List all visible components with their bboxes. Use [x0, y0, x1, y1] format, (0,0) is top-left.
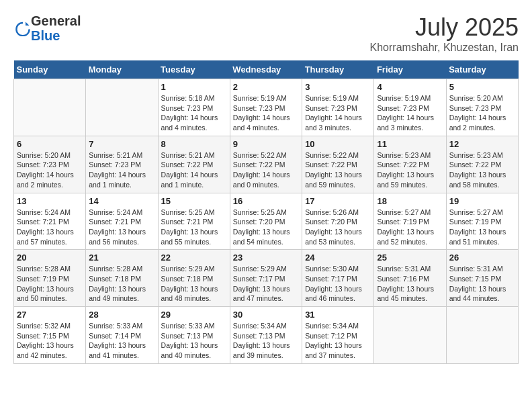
day-info: Sunrise: 5:28 AM Sunset: 7:19 PM Dayligh…	[17, 264, 83, 304]
day-number: 29	[161, 310, 227, 320]
calendar-cell: 2Sunrise: 5:19 AM Sunset: 7:23 PM Daylig…	[230, 79, 302, 136]
calendar-table: SundayMondayTuesdayWednesdayThursdayFrid…	[13, 60, 519, 364]
day-number: 6	[17, 139, 83, 149]
calendar-cell	[14, 79, 86, 136]
day-number: 19	[449, 196, 515, 206]
calendar-cell: 14Sunrise: 5:24 AM Sunset: 7:21 PM Dayli…	[86, 193, 158, 250]
day-number: 3	[305, 82, 371, 92]
day-info: Sunrise: 5:33 AM Sunset: 7:13 PM Dayligh…	[161, 321, 227, 361]
calendar-cell: 23Sunrise: 5:29 AM Sunset: 7:17 PM Dayli…	[230, 250, 302, 307]
calendar-cell: 6Sunrise: 5:20 AM Sunset: 7:23 PM Daylig…	[14, 136, 86, 193]
day-number: 27	[17, 310, 83, 320]
day-number: 20	[17, 253, 83, 263]
calendar-cell: 7Sunrise: 5:21 AM Sunset: 7:23 PM Daylig…	[86, 136, 158, 193]
day-info: Sunrise: 5:28 AM Sunset: 7:18 PM Dayligh…	[89, 264, 154, 304]
calendar-cell: 26Sunrise: 5:31 AM Sunset: 7:15 PM Dayli…	[446, 250, 518, 307]
day-of-week-header: Tuesday	[158, 60, 230, 79]
day-of-week-header: Wednesday	[230, 60, 302, 79]
day-info: Sunrise: 5:29 AM Sunset: 7:17 PM Dayligh…	[233, 264, 299, 304]
calendar-week-row: 27Sunrise: 5:32 AM Sunset: 7:15 PM Dayli…	[14, 307, 519, 364]
calendar-cell: 21Sunrise: 5:28 AM Sunset: 7:18 PM Dayli…	[86, 250, 158, 307]
day-info: Sunrise: 5:32 AM Sunset: 7:15 PM Dayligh…	[17, 321, 83, 361]
day-number: 24	[305, 253, 371, 263]
day-of-week-header: Sunday	[14, 60, 86, 79]
day-number: 21	[89, 253, 154, 263]
day-number: 25	[377, 253, 443, 263]
calendar-cell	[374, 307, 446, 364]
calendar-cell	[86, 79, 158, 136]
calendar-cell: 28Sunrise: 5:33 AM Sunset: 7:14 PM Dayli…	[86, 307, 158, 364]
day-info: Sunrise: 5:25 AM Sunset: 7:20 PM Dayligh…	[233, 208, 299, 247]
day-info: Sunrise: 5:23 AM Sunset: 7:22 PM Dayligh…	[449, 150, 515, 190]
day-number: 30	[233, 310, 299, 320]
day-of-week-header: Saturday	[446, 60, 518, 79]
day-info: Sunrise: 5:19 AM Sunset: 7:23 PM Dayligh…	[233, 93, 299, 133]
day-number: 8	[161, 139, 227, 149]
day-number: 2	[233, 82, 299, 92]
day-info: Sunrise: 5:24 AM Sunset: 7:21 PM Dayligh…	[17, 208, 83, 247]
day-info: Sunrise: 5:34 AM Sunset: 7:13 PM Dayligh…	[233, 321, 299, 361]
day-number: 22	[161, 253, 227, 263]
calendar-cell: 17Sunrise: 5:26 AM Sunset: 7:20 PM Dayli…	[302, 193, 374, 250]
day-info: Sunrise: 5:19 AM Sunset: 7:23 PM Dayligh…	[305, 93, 371, 133]
day-info: Sunrise: 5:34 AM Sunset: 7:12 PM Dayligh…	[305, 321, 371, 361]
day-info: Sunrise: 5:27 AM Sunset: 7:19 PM Dayligh…	[377, 208, 443, 247]
calendar-cell: 11Sunrise: 5:23 AM Sunset: 7:22 PM Dayli…	[374, 136, 446, 193]
title-block: July 2025 Khorramshahr, Khuzestan, Iran	[370, 13, 519, 54]
day-number: 11	[377, 139, 443, 149]
calendar-cell: 27Sunrise: 5:32 AM Sunset: 7:15 PM Dayli…	[14, 307, 86, 364]
calendar-week-row: 20Sunrise: 5:28 AM Sunset: 7:19 PM Dayli…	[14, 250, 519, 307]
day-info: Sunrise: 5:20 AM Sunset: 7:23 PM Dayligh…	[449, 93, 515, 133]
logo-blue-text: Blue	[31, 28, 60, 43]
day-of-week-header: Monday	[86, 60, 158, 79]
calendar-cell: 4Sunrise: 5:19 AM Sunset: 7:23 PM Daylig…	[374, 79, 446, 136]
logo-icon	[15, 20, 31, 36]
page-header: General Blue July 2025 Khorramshahr, Khu…	[13, 13, 519, 54]
calendar-cell: 13Sunrise: 5:24 AM Sunset: 7:21 PM Dayli…	[14, 193, 86, 250]
day-info: Sunrise: 5:31 AM Sunset: 7:16 PM Dayligh…	[377, 264, 443, 304]
calendar-cell: 5Sunrise: 5:20 AM Sunset: 7:23 PM Daylig…	[446, 79, 518, 136]
calendar-cell: 1Sunrise: 5:18 AM Sunset: 7:23 PM Daylig…	[158, 79, 230, 136]
day-number: 14	[89, 196, 154, 206]
calendar-cell: 3Sunrise: 5:19 AM Sunset: 7:23 PM Daylig…	[302, 79, 374, 136]
calendar-cell: 18Sunrise: 5:27 AM Sunset: 7:19 PM Dayli…	[374, 193, 446, 250]
day-number: 10	[305, 139, 371, 149]
day-number: 16	[233, 196, 299, 206]
day-number: 18	[377, 196, 443, 206]
location-subtitle: Khorramshahr, Khuzestan, Iran	[370, 42, 519, 54]
calendar-week-row: 1Sunrise: 5:18 AM Sunset: 7:23 PM Daylig…	[14, 79, 519, 136]
day-info: Sunrise: 5:24 AM Sunset: 7:21 PM Dayligh…	[89, 208, 154, 247]
month-title: July 2025	[370, 13, 519, 42]
day-number: 26	[449, 253, 515, 263]
calendar-cell: 9Sunrise: 5:22 AM Sunset: 7:22 PM Daylig…	[230, 136, 302, 193]
calendar-cell	[446, 307, 518, 364]
day-info: Sunrise: 5:21 AM Sunset: 7:23 PM Dayligh…	[89, 150, 154, 190]
day-info: Sunrise: 5:26 AM Sunset: 7:20 PM Dayligh…	[305, 208, 371, 247]
calendar-header-row: SundayMondayTuesdayWednesdayThursdayFrid…	[14, 60, 519, 79]
day-info: Sunrise: 5:27 AM Sunset: 7:19 PM Dayligh…	[449, 208, 515, 247]
calendar-cell: 30Sunrise: 5:34 AM Sunset: 7:13 PM Dayli…	[230, 307, 302, 364]
day-info: Sunrise: 5:30 AM Sunset: 7:17 PM Dayligh…	[305, 264, 371, 304]
calendar-cell: 29Sunrise: 5:33 AM Sunset: 7:13 PM Dayli…	[158, 307, 230, 364]
day-info: Sunrise: 5:18 AM Sunset: 7:23 PM Dayligh…	[161, 93, 227, 133]
calendar-cell: 24Sunrise: 5:30 AM Sunset: 7:17 PM Dayli…	[302, 250, 374, 307]
calendar-cell: 31Sunrise: 5:34 AM Sunset: 7:12 PM Dayli…	[302, 307, 374, 364]
day-info: Sunrise: 5:23 AM Sunset: 7:22 PM Dayligh…	[377, 150, 443, 190]
day-info: Sunrise: 5:31 AM Sunset: 7:15 PM Dayligh…	[449, 264, 515, 304]
calendar-cell: 20Sunrise: 5:28 AM Sunset: 7:19 PM Dayli…	[14, 250, 86, 307]
logo-general-text: General	[31, 13, 81, 28]
calendar-cell: 8Sunrise: 5:21 AM Sunset: 7:22 PM Daylig…	[158, 136, 230, 193]
day-info: Sunrise: 5:19 AM Sunset: 7:23 PM Dayligh…	[377, 93, 443, 133]
day-info: Sunrise: 5:22 AM Sunset: 7:22 PM Dayligh…	[233, 150, 299, 190]
calendar-cell: 12Sunrise: 5:23 AM Sunset: 7:22 PM Dayli…	[446, 136, 518, 193]
day-number: 1	[161, 82, 227, 92]
calendar-cell: 10Sunrise: 5:22 AM Sunset: 7:22 PM Dayli…	[302, 136, 374, 193]
day-number: 4	[377, 82, 443, 92]
day-number: 12	[449, 139, 515, 149]
calendar-cell: 22Sunrise: 5:29 AM Sunset: 7:18 PM Dayli…	[158, 250, 230, 307]
day-info: Sunrise: 5:20 AM Sunset: 7:23 PM Dayligh…	[17, 150, 83, 190]
calendar-week-row: 6Sunrise: 5:20 AM Sunset: 7:23 PM Daylig…	[14, 136, 519, 193]
day-number: 15	[161, 196, 227, 206]
day-number: 13	[17, 196, 83, 206]
day-of-week-header: Thursday	[302, 60, 374, 79]
